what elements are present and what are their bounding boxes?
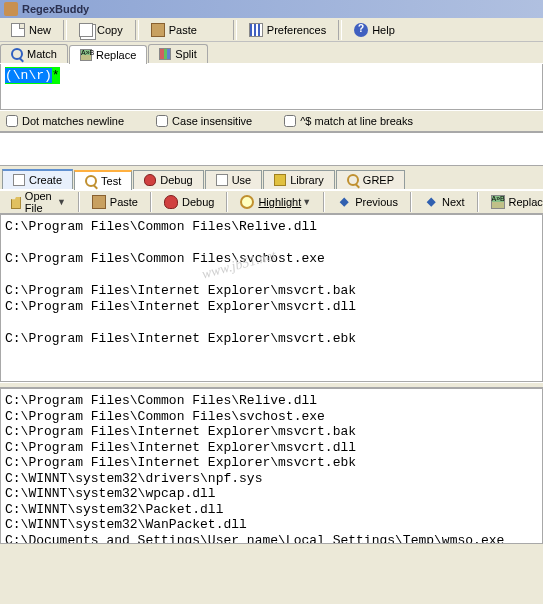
split-icon bbox=[159, 48, 171, 60]
regex-input[interactable]: (\n\r)* bbox=[0, 64, 543, 110]
new-button[interactable]: New bbox=[2, 20, 60, 40]
help-icon: ? bbox=[354, 23, 368, 37]
tab-create[interactable]: Create bbox=[2, 169, 73, 189]
help-button[interactable]: ?Help bbox=[345, 20, 404, 40]
paste-button[interactable]: Paste bbox=[142, 20, 206, 40]
debug-button[interactable]: Debug bbox=[155, 192, 223, 212]
prefs-icon bbox=[249, 23, 263, 37]
new-icon bbox=[11, 23, 25, 37]
paste-icon bbox=[151, 23, 165, 37]
mode-tabs: Match A»BReplace Split bbox=[0, 42, 543, 64]
openfile-button[interactable]: Open File▼ bbox=[2, 192, 75, 212]
chevron-down-icon[interactable]: ▼ bbox=[57, 197, 66, 207]
preferences-button[interactable]: Preferences bbox=[240, 20, 335, 40]
grep-icon bbox=[347, 174, 359, 186]
tab-debug[interactable]: Debug bbox=[133, 170, 203, 189]
separator bbox=[78, 192, 80, 212]
tab-match[interactable]: Match bbox=[0, 44, 68, 63]
tab-use[interactable]: Use bbox=[205, 170, 263, 189]
use-icon bbox=[216, 174, 228, 186]
separator bbox=[226, 192, 228, 212]
opt-dotnewline[interactable]: Dot matches newline bbox=[6, 115, 124, 127]
previous-button[interactable]: ◆Previous bbox=[328, 192, 407, 212]
replace-button[interactable]: A»BReplace bbox=[482, 192, 543, 212]
opt-eol-check[interactable] bbox=[284, 115, 296, 127]
tab-grep[interactable]: GREP bbox=[336, 170, 405, 189]
create-icon bbox=[13, 174, 25, 186]
open-icon bbox=[11, 195, 21, 209]
chevron-down-icon[interactable]: ▼ bbox=[302, 197, 311, 207]
separator bbox=[150, 192, 152, 212]
separator bbox=[233, 20, 237, 40]
library-icon bbox=[274, 174, 286, 186]
match-icon bbox=[11, 48, 23, 60]
copy-icon bbox=[79, 23, 93, 37]
next-icon: ◆ bbox=[424, 195, 438, 209]
tab-library[interactable]: Library bbox=[263, 170, 335, 189]
separator bbox=[338, 20, 342, 40]
copy-button[interactable]: Copy bbox=[70, 20, 132, 40]
opt-ci-check[interactable] bbox=[156, 115, 168, 127]
opt-dotnewline-check[interactable] bbox=[6, 115, 18, 127]
tab-split[interactable]: Split bbox=[148, 44, 207, 63]
next-button[interactable]: ◆Next bbox=[415, 192, 474, 212]
replace-icon: A»B bbox=[80, 49, 92, 61]
title-text: RegexBuddy bbox=[22, 3, 89, 15]
replace-icon: A»B bbox=[491, 195, 505, 209]
paste-icon bbox=[92, 195, 106, 209]
replace-input[interactable] bbox=[0, 132, 543, 166]
paste-button-2[interactable]: Paste bbox=[83, 192, 147, 212]
tab-test[interactable]: Test bbox=[74, 170, 132, 190]
separator bbox=[410, 192, 412, 212]
separator bbox=[477, 192, 479, 212]
highlight-button[interactable]: Highlight▼ bbox=[231, 192, 320, 212]
test-icon bbox=[85, 175, 97, 187]
options-bar: Dot matches newline Case insensitive ^$ … bbox=[0, 110, 543, 132]
separator bbox=[63, 20, 67, 40]
debug-icon bbox=[144, 174, 156, 186]
highlight-icon bbox=[240, 195, 254, 209]
test-subject-pane[interactable]: C:\Program Files\Common Files\Relive.dll… bbox=[0, 214, 543, 382]
tab-replace[interactable]: A»BReplace bbox=[69, 45, 147, 64]
panel-tabs: Create Test Debug Use Library GREP bbox=[0, 166, 543, 190]
result-pane[interactable]: C:\Program Files\Common Files\Relive.dll… bbox=[0, 388, 543, 544]
debug-icon bbox=[164, 195, 178, 209]
titlebar[interactable]: RegexBuddy bbox=[0, 0, 543, 18]
main-toolbar: New Copy Paste Preferences ?Help bbox=[0, 18, 543, 42]
separator bbox=[135, 20, 139, 40]
opt-linebreaks[interactable]: ^$ match at line breaks bbox=[284, 115, 413, 127]
prev-icon: ◆ bbox=[337, 195, 351, 209]
app-icon bbox=[4, 2, 18, 16]
opt-caseinsensitive[interactable]: Case insensitive bbox=[156, 115, 252, 127]
test-toolbar: Open File▼ Paste Debug Highlight▼ ◆Previ… bbox=[0, 190, 543, 214]
separator bbox=[323, 192, 325, 212]
